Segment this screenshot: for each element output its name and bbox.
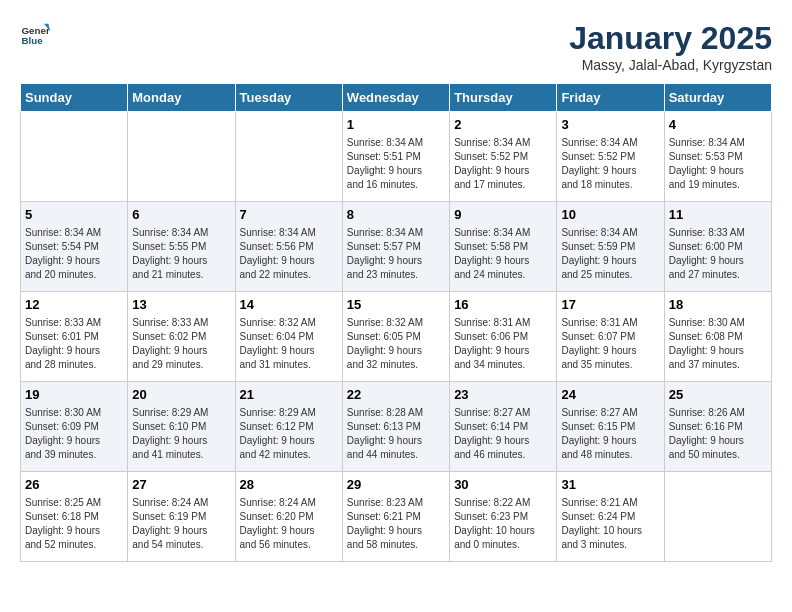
calendar-cell: 15Sunrise: 8:32 AM Sunset: 6:05 PM Dayli… (342, 292, 449, 382)
location-title: Massy, Jalal-Abad, Kyrgyzstan (569, 57, 772, 73)
week-row-3: 12Sunrise: 8:33 AM Sunset: 6:01 PM Dayli… (21, 292, 772, 382)
calendar-cell (21, 112, 128, 202)
calendar-cell: 12Sunrise: 8:33 AM Sunset: 6:01 PM Dayli… (21, 292, 128, 382)
day-info: Sunrise: 8:30 AM Sunset: 6:08 PM Dayligh… (669, 316, 767, 372)
calendar-table: SundayMondayTuesdayWednesdayThursdayFrid… (20, 83, 772, 562)
day-number: 30 (454, 476, 552, 494)
day-info: Sunrise: 8:24 AM Sunset: 6:19 PM Dayligh… (132, 496, 230, 552)
day-info: Sunrise: 8:23 AM Sunset: 6:21 PM Dayligh… (347, 496, 445, 552)
calendar-cell: 10Sunrise: 8:34 AM Sunset: 5:59 PM Dayli… (557, 202, 664, 292)
day-number: 1 (347, 116, 445, 134)
day-info: Sunrise: 8:34 AM Sunset: 5:52 PM Dayligh… (561, 136, 659, 192)
day-number: 15 (347, 296, 445, 314)
day-number: 11 (669, 206, 767, 224)
day-number: 19 (25, 386, 123, 404)
day-number: 12 (25, 296, 123, 314)
day-info: Sunrise: 8:25 AM Sunset: 6:18 PM Dayligh… (25, 496, 123, 552)
day-number: 7 (240, 206, 338, 224)
day-number: 23 (454, 386, 552, 404)
day-number: 17 (561, 296, 659, 314)
calendar-cell (235, 112, 342, 202)
day-number: 10 (561, 206, 659, 224)
day-info: Sunrise: 8:29 AM Sunset: 6:12 PM Dayligh… (240, 406, 338, 462)
calendar-cell: 13Sunrise: 8:33 AM Sunset: 6:02 PM Dayli… (128, 292, 235, 382)
day-number: 21 (240, 386, 338, 404)
day-info: Sunrise: 8:34 AM Sunset: 5:52 PM Dayligh… (454, 136, 552, 192)
week-row-4: 19Sunrise: 8:30 AM Sunset: 6:09 PM Dayli… (21, 382, 772, 472)
day-info: Sunrise: 8:34 AM Sunset: 5:55 PM Dayligh… (132, 226, 230, 282)
day-number: 6 (132, 206, 230, 224)
header: General Blue January 2025 Massy, Jalal-A… (20, 20, 772, 73)
month-title: January 2025 (569, 20, 772, 57)
day-number: 25 (669, 386, 767, 404)
calendar-cell: 18Sunrise: 8:30 AM Sunset: 6:08 PM Dayli… (664, 292, 771, 382)
day-number: 8 (347, 206, 445, 224)
calendar-cell: 7Sunrise: 8:34 AM Sunset: 5:56 PM Daylig… (235, 202, 342, 292)
calendar-cell: 16Sunrise: 8:31 AM Sunset: 6:06 PM Dayli… (450, 292, 557, 382)
day-info: Sunrise: 8:34 AM Sunset: 5:59 PM Dayligh… (561, 226, 659, 282)
day-info: Sunrise: 8:34 AM Sunset: 5:58 PM Dayligh… (454, 226, 552, 282)
day-info: Sunrise: 8:34 AM Sunset: 5:51 PM Dayligh… (347, 136, 445, 192)
day-number: 3 (561, 116, 659, 134)
day-info: Sunrise: 8:29 AM Sunset: 6:10 PM Dayligh… (132, 406, 230, 462)
day-header-thursday: Thursday (450, 84, 557, 112)
calendar-cell (128, 112, 235, 202)
day-number: 16 (454, 296, 552, 314)
day-info: Sunrise: 8:34 AM Sunset: 5:57 PM Dayligh… (347, 226, 445, 282)
calendar-cell: 24Sunrise: 8:27 AM Sunset: 6:15 PM Dayli… (557, 382, 664, 472)
calendar-cell: 20Sunrise: 8:29 AM Sunset: 6:10 PM Dayli… (128, 382, 235, 472)
day-number: 26 (25, 476, 123, 494)
day-info: Sunrise: 8:21 AM Sunset: 6:24 PM Dayligh… (561, 496, 659, 552)
day-number: 13 (132, 296, 230, 314)
calendar-cell: 8Sunrise: 8:34 AM Sunset: 5:57 PM Daylig… (342, 202, 449, 292)
calendar-cell: 25Sunrise: 8:26 AM Sunset: 6:16 PM Dayli… (664, 382, 771, 472)
day-number: 22 (347, 386, 445, 404)
title-area: January 2025 Massy, Jalal-Abad, Kyrgyzst… (569, 20, 772, 73)
day-number: 29 (347, 476, 445, 494)
calendar-cell: 9Sunrise: 8:34 AM Sunset: 5:58 PM Daylig… (450, 202, 557, 292)
calendar-cell: 22Sunrise: 8:28 AM Sunset: 6:13 PM Dayli… (342, 382, 449, 472)
calendar-cell: 19Sunrise: 8:30 AM Sunset: 6:09 PM Dayli… (21, 382, 128, 472)
calendar-cell: 14Sunrise: 8:32 AM Sunset: 6:04 PM Dayli… (235, 292, 342, 382)
day-info: Sunrise: 8:24 AM Sunset: 6:20 PM Dayligh… (240, 496, 338, 552)
calendar-cell: 11Sunrise: 8:33 AM Sunset: 6:00 PM Dayli… (664, 202, 771, 292)
logo-icon: General Blue (20, 20, 50, 50)
calendar-cell: 21Sunrise: 8:29 AM Sunset: 6:12 PM Dayli… (235, 382, 342, 472)
day-header-saturday: Saturday (664, 84, 771, 112)
day-info: Sunrise: 8:32 AM Sunset: 6:04 PM Dayligh… (240, 316, 338, 372)
days-header-row: SundayMondayTuesdayWednesdayThursdayFrid… (21, 84, 772, 112)
calendar-cell: 23Sunrise: 8:27 AM Sunset: 6:14 PM Dayli… (450, 382, 557, 472)
day-header-tuesday: Tuesday (235, 84, 342, 112)
day-number: 20 (132, 386, 230, 404)
calendar-cell: 26Sunrise: 8:25 AM Sunset: 6:18 PM Dayli… (21, 472, 128, 562)
calendar-cell: 1Sunrise: 8:34 AM Sunset: 5:51 PM Daylig… (342, 112, 449, 202)
day-info: Sunrise: 8:30 AM Sunset: 6:09 PM Dayligh… (25, 406, 123, 462)
svg-text:General: General (22, 25, 51, 36)
week-row-1: 1Sunrise: 8:34 AM Sunset: 5:51 PM Daylig… (21, 112, 772, 202)
calendar-cell: 30Sunrise: 8:22 AM Sunset: 6:23 PM Dayli… (450, 472, 557, 562)
day-info: Sunrise: 8:34 AM Sunset: 5:53 PM Dayligh… (669, 136, 767, 192)
day-number: 31 (561, 476, 659, 494)
calendar-cell: 4Sunrise: 8:34 AM Sunset: 5:53 PM Daylig… (664, 112, 771, 202)
calendar-cell: 31Sunrise: 8:21 AM Sunset: 6:24 PM Dayli… (557, 472, 664, 562)
calendar-cell: 28Sunrise: 8:24 AM Sunset: 6:20 PM Dayli… (235, 472, 342, 562)
day-header-friday: Friday (557, 84, 664, 112)
day-number: 9 (454, 206, 552, 224)
week-row-5: 26Sunrise: 8:25 AM Sunset: 6:18 PM Dayli… (21, 472, 772, 562)
day-info: Sunrise: 8:33 AM Sunset: 6:02 PM Dayligh… (132, 316, 230, 372)
calendar-cell: 27Sunrise: 8:24 AM Sunset: 6:19 PM Dayli… (128, 472, 235, 562)
day-info: Sunrise: 8:31 AM Sunset: 6:06 PM Dayligh… (454, 316, 552, 372)
day-number: 24 (561, 386, 659, 404)
day-info: Sunrise: 8:22 AM Sunset: 6:23 PM Dayligh… (454, 496, 552, 552)
calendar-cell: 6Sunrise: 8:34 AM Sunset: 5:55 PM Daylig… (128, 202, 235, 292)
day-number: 28 (240, 476, 338, 494)
calendar-cell (664, 472, 771, 562)
day-number: 14 (240, 296, 338, 314)
day-info: Sunrise: 8:32 AM Sunset: 6:05 PM Dayligh… (347, 316, 445, 372)
calendar-cell: 2Sunrise: 8:34 AM Sunset: 5:52 PM Daylig… (450, 112, 557, 202)
calendar-cell: 5Sunrise: 8:34 AM Sunset: 5:54 PM Daylig… (21, 202, 128, 292)
day-number: 2 (454, 116, 552, 134)
day-info: Sunrise: 8:34 AM Sunset: 5:56 PM Dayligh… (240, 226, 338, 282)
week-row-2: 5Sunrise: 8:34 AM Sunset: 5:54 PM Daylig… (21, 202, 772, 292)
calendar-cell: 29Sunrise: 8:23 AM Sunset: 6:21 PM Dayli… (342, 472, 449, 562)
